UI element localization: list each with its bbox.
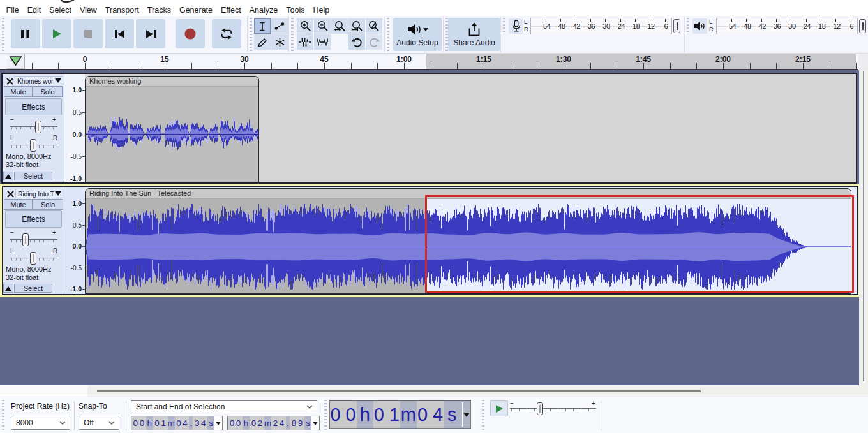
play-button[interactable]	[42, 19, 71, 48]
time-cell[interactable]: 0 2	[250, 416, 264, 430]
recording-meter-grip[interactable]	[503, 18, 506, 34]
track-2-gain-thumb[interactable]	[22, 233, 29, 246]
silence-audio-button[interactable]	[314, 34, 331, 50]
zoom-toggle-button[interactable]	[366, 18, 382, 34]
time-cell[interactable]: h	[243, 416, 250, 430]
time-cell[interactable]: s	[444, 401, 461, 428]
time-field-dropdown[interactable]	[311, 416, 319, 430]
recording-meter[interactable]: -54-48-42-36-30-24-18-12-6	[530, 18, 672, 34]
track-2-collapse-button[interactable]	[3, 284, 13, 293]
track-2-pan-thumb[interactable]	[30, 252, 36, 265]
menu-analyze[interactable]: Analyze	[245, 4, 281, 16]
track-2-select-button[interactable]: Select	[14, 284, 52, 293]
time-cell[interactable]: h	[146, 416, 153, 430]
track-1-effects-button[interactable]: Effects	[5, 98, 62, 115]
menu-effect[interactable]: Effect	[217, 4, 246, 16]
play-at-speed-toolbar-grip[interactable]	[482, 400, 485, 430]
track-1-clip-title[interactable]: Khomes working	[86, 77, 258, 87]
transport-toolbar-grip[interactable]	[2, 18, 5, 51]
menu-view[interactable]: View	[75, 4, 101, 16]
recording-meter-clip-indicator[interactable]	[673, 19, 680, 33]
track-2-pan-slider[interactable]	[10, 253, 57, 264]
track-2-waveform[interactable]	[86, 199, 851, 294]
pinned-play-head-button[interactable]	[7, 54, 25, 69]
multi-tool-button[interactable]	[271, 34, 288, 50]
track-1-gain-slider[interactable]	[10, 121, 57, 133]
record-button[interactable]	[176, 19, 205, 48]
time-cell[interactable]: 0 4	[417, 401, 444, 428]
time-cell[interactable]: m	[264, 416, 271, 430]
time-cell[interactable]: 0 1	[153, 416, 168, 430]
loop-button[interactable]	[212, 19, 241, 48]
track-1-mute-button[interactable]: Mute	[4, 86, 33, 97]
time-cell[interactable]: 0 0	[330, 401, 357, 428]
track-2-clip-title[interactable]: Riding Into The Sun - Telecasted	[86, 189, 851, 199]
time-cell[interactable]: m	[400, 401, 417, 428]
zoom-in-button[interactable]	[297, 18, 313, 34]
track-1-vertical-ruler[interactable]: 1.00.50.0-0.5-1.0	[64, 74, 85, 182]
share-audio-button[interactable]: Share Audio	[448, 18, 500, 51]
timeline-ruler[interactable]: 01530451:001:151:301:452:002:15	[0, 54, 868, 70]
menu-file[interactable]: File	[2, 4, 23, 16]
vertical-scrollbar[interactable]	[859, 70, 868, 385]
skip-to-end-button[interactable]	[136, 19, 165, 48]
snap-to-combo[interactable]: Off	[79, 416, 119, 430]
track-2-close-button[interactable]	[6, 189, 15, 198]
track-2-solo-button[interactable]: Solo	[33, 199, 63, 210]
redo-button[interactable]	[366, 34, 382, 50]
time-cell[interactable]: 8 9	[290, 416, 304, 430]
stop-button[interactable]	[73, 19, 103, 48]
menu-help[interactable]: Help	[309, 4, 334, 16]
time-cell[interactable]: 0 1	[373, 401, 400, 428]
time-toolbar-grip[interactable]	[324, 400, 327, 430]
menu-generate[interactable]: Generate	[175, 4, 216, 16]
track-1-collapse-button[interactable]	[3, 172, 13, 180]
time-cell[interactable]: h	[357, 401, 373, 428]
fit-selection-button[interactable]	[331, 18, 348, 34]
time-cell[interactable]: 2 4	[271, 416, 286, 430]
time-cell[interactable]: 0 4	[175, 416, 190, 430]
horizontal-scrollbar-thumb[interactable]	[97, 390, 701, 392]
time-field-dropdown[interactable]	[214, 416, 222, 430]
selection-start-time-field[interactable]: 0 0h0 1m0 4.3 4s	[131, 416, 223, 430]
pause-button[interactable]	[11, 19, 40, 48]
project-rate-combo[interactable]: 8000	[11, 416, 70, 430]
time-cell[interactable]: 3 4	[193, 416, 207, 430]
track-1-pan-slider[interactable]	[10, 140, 57, 151]
track-1-close-button[interactable]	[5, 77, 14, 85]
horizontal-scrollbar[interactable]	[0, 385, 868, 397]
draw-tool-button[interactable]	[254, 34, 271, 50]
vertical-scrollbar-thumb[interactable]	[863, 71, 864, 381]
audio-position-display[interactable]: 0 0h0 1m0 4s	[329, 400, 471, 429]
playback-speed-slider[interactable]	[510, 403, 596, 415]
tools-toolbar-grip[interactable]	[250, 18, 253, 51]
menu-tools[interactable]: Tools	[282, 4, 309, 16]
time-cell[interactable]: 0 0	[228, 416, 243, 430]
track-1-name-menu[interactable]: Khomes wor	[15, 76, 63, 85]
fit-project-button[interactable]	[348, 18, 365, 34]
record-meter-mic-button[interactable]	[509, 18, 523, 34]
selection-mode-combo[interactable]: Start and End of Selection	[131, 400, 317, 413]
selection-end-time-field[interactable]: 0 0h0 2m2 4.8 9s	[227, 416, 320, 430]
time-cell[interactable]: s	[207, 416, 214, 430]
menu-transport[interactable]: Transport	[101, 4, 143, 16]
playback-meter-grip[interactable]	[687, 18, 690, 34]
track-1-solo-button[interactable]: Solo	[33, 86, 63, 97]
track-2-effects-button[interactable]: Effects	[5, 210, 62, 228]
time-cell[interactable]: 0 0	[131, 416, 146, 430]
zoom-out-button[interactable]	[314, 18, 331, 34]
menu-tracks[interactable]: Tracks	[143, 4, 175, 16]
menu-select[interactable]: Select	[45, 4, 76, 16]
playback-speed-thumb[interactable]	[537, 402, 543, 415]
track-1-pan-thumb[interactable]	[30, 139, 36, 152]
envelope-tool-button[interactable]	[271, 18, 288, 34]
track-1-clip[interactable]: Khomes working	[85, 76, 259, 182]
track-1-waveform[interactable]	[86, 87, 258, 182]
time-cell[interactable]: s	[304, 416, 311, 430]
play-at-speed-button[interactable]	[490, 400, 508, 416]
audio-setup-toolbar-grip[interactable]	[387, 18, 390, 51]
playback-meter-clip-indicator[interactable]	[859, 19, 866, 33]
undo-button[interactable]	[348, 34, 365, 50]
track-2-gain-slider[interactable]	[10, 234, 57, 246]
track-1-select-button[interactable]: Select	[14, 172, 52, 180]
